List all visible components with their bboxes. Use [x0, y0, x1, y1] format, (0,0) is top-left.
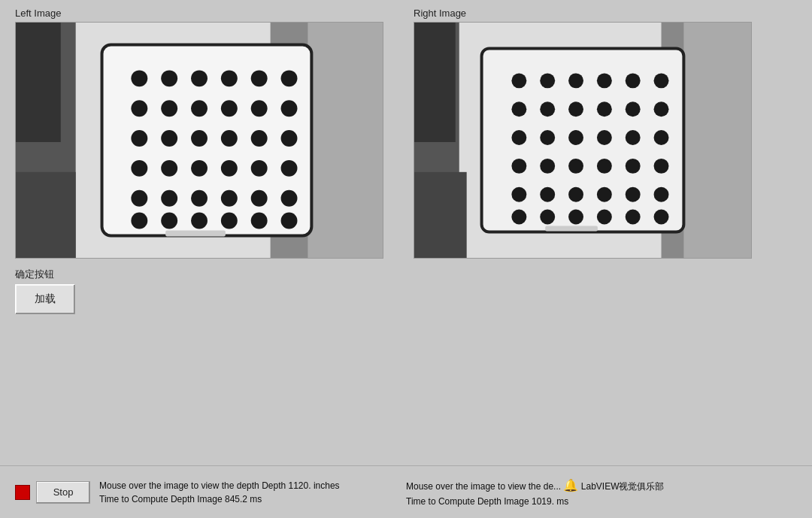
svg-rect-4	[16, 23, 61, 142]
svg-point-71	[568, 159, 583, 174]
svg-point-35	[251, 190, 268, 207]
svg-point-61	[626, 101, 641, 117]
svg-rect-49	[414, 172, 467, 258]
left-panel: Left Image	[15, 8, 391, 314]
svg-point-62	[654, 101, 669, 117]
svg-point-78	[597, 187, 612, 202]
svg-point-51	[511, 73, 526, 88]
svg-point-24	[281, 130, 298, 147]
svg-point-15	[191, 100, 208, 117]
svg-point-27	[191, 160, 208, 177]
svg-point-63	[511, 130, 526, 145]
svg-point-77	[568, 187, 583, 202]
svg-point-8	[161, 70, 177, 86]
svg-point-31	[131, 190, 147, 207]
svg-point-36	[281, 190, 298, 207]
svg-point-56	[654, 73, 669, 88]
svg-point-55	[626, 73, 641, 88]
right-image-label: Right Image	[414, 8, 759, 19]
svg-point-30	[281, 160, 298, 177]
svg-point-81	[511, 210, 526, 225]
svg-rect-48	[414, 23, 456, 142]
svg-point-21	[191, 130, 208, 147]
svg-point-41	[251, 213, 268, 229]
svg-point-84	[597, 210, 612, 225]
right-mouse-over-text: Mouse over the image to view the de... 🔔…	[406, 477, 797, 495]
svg-point-25	[131, 160, 147, 177]
stop-button[interactable]: Stop	[36, 481, 90, 504]
svg-point-64	[540, 130, 555, 145]
right-time-text: Time to Compute Depth Image 1019. ms	[406, 495, 797, 508]
svg-point-54	[597, 73, 612, 88]
confirm-label: 确定按钮	[15, 268, 391, 281]
left-calibration-image	[16, 22, 383, 259]
svg-rect-87	[545, 226, 598, 231]
svg-point-20	[161, 130, 177, 147]
left-image-box	[15, 22, 383, 259]
left-mouse-over-text: Mouse over the image to view the depth D…	[99, 479, 340, 492]
load-button[interactable]: 加载	[15, 284, 75, 314]
left-image-label: Left Image	[15, 8, 391, 19]
svg-point-85	[626, 210, 641, 225]
bottom-right-status: Mouse over the image to view the de... 🔔…	[406, 477, 797, 508]
svg-point-60	[597, 101, 612, 117]
svg-point-74	[654, 159, 669, 174]
right-image-box	[414, 22, 752, 259]
svg-point-22	[221, 130, 238, 147]
right-panel: Right Image	[414, 8, 759, 314]
svg-point-18	[281, 100, 298, 117]
svg-point-14	[161, 100, 177, 117]
svg-point-12	[281, 70, 298, 86]
svg-point-42	[281, 213, 298, 229]
svg-point-16	[221, 100, 238, 117]
svg-point-7	[131, 70, 147, 86]
svg-rect-3	[308, 23, 383, 259]
confirm-section: 确定按钮 加载	[15, 268, 391, 314]
svg-point-9	[191, 70, 208, 86]
svg-point-11	[251, 70, 268, 86]
svg-point-29	[251, 160, 268, 177]
svg-point-58	[540, 101, 555, 117]
svg-point-69	[511, 159, 526, 174]
svg-point-57	[511, 101, 526, 117]
right-calibration-image	[414, 22, 751, 259]
svg-point-28	[221, 160, 238, 177]
svg-point-70	[540, 159, 555, 174]
svg-rect-47	[683, 23, 751, 259]
svg-point-10	[221, 70, 238, 86]
bottom-left-status: Stop Mouse over the image to view the de…	[15, 479, 406, 506]
svg-point-23	[251, 130, 268, 147]
svg-point-17	[251, 100, 268, 117]
svg-point-52	[540, 73, 555, 88]
svg-point-13	[131, 100, 147, 117]
stop-indicator	[15, 485, 30, 500]
svg-point-53	[568, 73, 583, 88]
svg-point-26	[161, 160, 177, 177]
svg-rect-43	[165, 231, 226, 237]
svg-point-59	[568, 101, 583, 117]
svg-point-19	[131, 130, 147, 147]
svg-point-73	[626, 159, 641, 174]
svg-point-38	[161, 213, 177, 229]
svg-point-32	[161, 190, 177, 207]
svg-point-68	[654, 130, 669, 145]
svg-point-82	[540, 210, 555, 225]
svg-point-40	[221, 213, 238, 229]
svg-point-66	[597, 130, 612, 145]
svg-point-33	[191, 190, 208, 207]
svg-point-86	[654, 210, 669, 225]
bottom-bar: Stop Mouse over the image to view the de…	[0, 465, 812, 518]
svg-point-72	[597, 159, 612, 174]
svg-point-39	[191, 213, 208, 229]
svg-point-83	[568, 210, 583, 225]
svg-point-34	[221, 190, 238, 207]
left-time-text: Time to Compute Depth Image 845.2 ms	[99, 492, 340, 506]
svg-point-79	[626, 187, 641, 202]
svg-point-80	[654, 187, 669, 202]
svg-point-65	[568, 130, 583, 145]
svg-point-75	[511, 187, 526, 202]
svg-point-37	[131, 213, 147, 229]
svg-rect-5	[16, 172, 76, 259]
svg-point-76	[540, 187, 555, 202]
svg-point-67	[626, 130, 641, 145]
